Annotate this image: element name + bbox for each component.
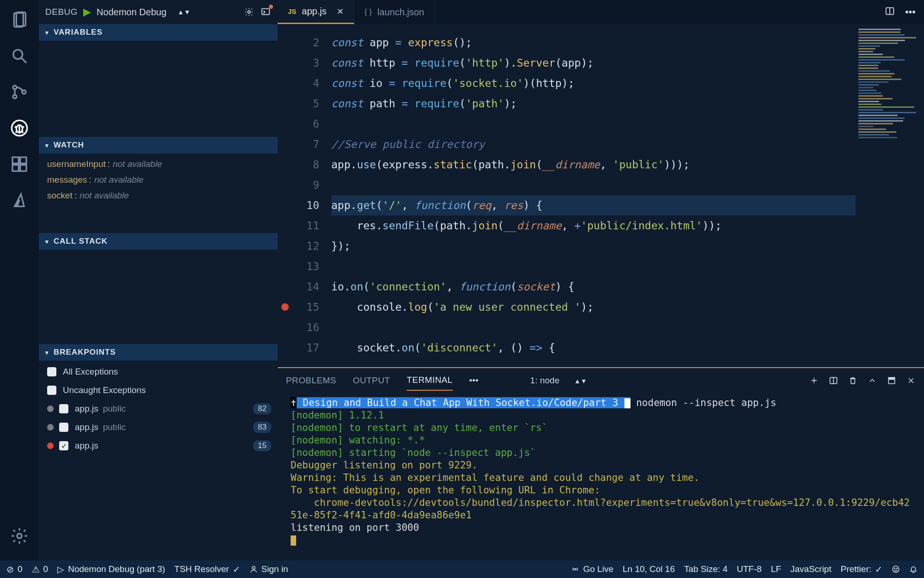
tab-label: app.js	[302, 6, 326, 17]
split-terminal-icon[interactable]	[829, 376, 838, 385]
svg-rect-1	[16, 12, 25, 26]
chevron-down-icon: ▾	[45, 142, 49, 149]
svg-point-36	[897, 568, 898, 569]
feedback-icon[interactable]	[892, 565, 900, 573]
watch-item[interactable]: usernameInput:not available	[47, 156, 278, 172]
svg-point-2	[13, 50, 23, 59]
terminal-selector[interactable]: 1: node ▲▼	[530, 375, 596, 386]
checkbox-unchecked[interactable]	[47, 367, 56, 376]
warning-icon: ⚠	[32, 564, 40, 575]
split-editor-icon[interactable]	[885, 6, 895, 18]
source-control-icon[interactable]	[8, 80, 31, 104]
check-icon: ✓	[875, 564, 882, 575]
panel-tab-terminal[interactable]: TERMINAL	[407, 375, 452, 391]
status-sign-in[interactable]: Sign in	[249, 564, 288, 574]
debug-sidebar: DEBUG ▶ Nodemon Debug ▲▼ ▾ VARIABLES	[39, 0, 278, 560]
svg-rect-14	[12, 157, 18, 163]
breakpoint-item[interactable]: ✓ app.js 15	[39, 437, 278, 455]
status-tabsize[interactable]: Tab Size: 4	[684, 564, 728, 574]
svg-point-34	[893, 566, 899, 572]
status-prettier[interactable]: Prettier: ✓	[840, 564, 882, 575]
svg-rect-15	[20, 157, 26, 163]
tab-app-js[interactable]: JS app.js ✕	[278, 0, 354, 24]
panel-more-icon[interactable]: •••	[469, 375, 479, 386]
close-icon[interactable]: ✕	[337, 6, 344, 17]
status-lncol[interactable]: Ln 10, Col 16	[623, 564, 675, 574]
svg-rect-20	[262, 9, 270, 15]
azure-icon[interactable]	[8, 189, 31, 212]
debug-icon[interactable]	[8, 117, 31, 140]
chevron-down-icon: ▾	[45, 29, 49, 36]
watch-item[interactable]: messages:not available	[47, 172, 278, 188]
breakpoint-item[interactable]: app.js public 83	[39, 418, 278, 437]
more-icon[interactable]: •••	[905, 6, 916, 18]
svg-rect-16	[12, 165, 18, 171]
chevron-down-icon: ▾	[45, 238, 49, 245]
svg-rect-27	[851, 379, 855, 384]
svg-point-5	[13, 95, 17, 98]
chevron-up-icon[interactable]	[868, 376, 877, 385]
callstack-body	[39, 250, 278, 344]
svg-point-33	[575, 569, 576, 570]
line-badge: 83	[253, 422, 271, 433]
explorer-icon[interactable]	[8, 8, 31, 31]
status-go-live[interactable]: Go Live	[571, 564, 613, 574]
start-debug-icon[interactable]: ▶	[83, 6, 91, 18]
search-icon[interactable]	[8, 44, 31, 68]
svg-line-13	[22, 131, 23, 133]
settings-gear-icon[interactable]	[8, 524, 31, 547]
status-eol[interactable]: LF	[771, 564, 781, 574]
svg-rect-17	[20, 165, 26, 171]
checkbox-unchecked[interactable]	[59, 423, 68, 432]
error-icon: ⊘	[6, 564, 14, 575]
status-language[interactable]: JavaScript	[790, 564, 832, 574]
minimap[interactable]	[856, 24, 924, 367]
checkbox-unchecked[interactable]	[59, 404, 68, 413]
bell-icon[interactable]	[909, 565, 918, 573]
tab-launch-json[interactable]: { } launch.json	[354, 0, 435, 24]
svg-point-32	[252, 566, 255, 569]
checkbox-checked[interactable]: ✓	[59, 441, 68, 450]
status-debug-config[interactable]: ▷ Nodemon Debug (part 3)	[57, 564, 165, 575]
extensions-icon[interactable]	[8, 153, 31, 176]
bottom-panel: PROBLEMS OUTPUT TERMINAL ••• 1: node ▲▼	[278, 367, 924, 560]
maximize-panel-icon[interactable]	[887, 376, 896, 385]
breakpoint-uncaught-exceptions[interactable]: Uncaught Exceptions	[39, 381, 278, 400]
line-badge: 15	[253, 440, 271, 451]
play-icon: ▷	[57, 564, 64, 575]
watch-header[interactable]: ▾ WATCH	[39, 137, 278, 154]
activity-bar	[0, 0, 39, 560]
trash-icon[interactable]	[848, 376, 857, 385]
svg-line-3	[22, 58, 26, 63]
line-badge: 82	[253, 403, 271, 414]
broadcast-icon	[571, 565, 579, 573]
svg-point-35	[894, 568, 895, 569]
panel-tab-output[interactable]: OUTPUT	[353, 375, 390, 386]
status-warnings[interactable]: ⚠ 0	[32, 564, 49, 575]
code-editor[interactable]: 234567891011121314151617 const app = exp…	[278, 24, 924, 367]
debug-console-icon[interactable]	[260, 6, 271, 18]
person-icon	[249, 565, 258, 573]
breakpoint-all-exceptions[interactable]: All Exceptions	[39, 363, 278, 381]
close-panel-icon[interactable]	[906, 376, 916, 385]
breakpoint-bullet-icon	[47, 443, 54, 449]
status-encoding[interactable]: UTF-8	[737, 564, 762, 574]
breakpoints-header[interactable]: ▾ BREAKPOINTS	[39, 344, 278, 361]
config-caret-icon[interactable]: ▲▼	[177, 8, 190, 16]
breakpoint-item[interactable]: app.js public 82	[39, 400, 278, 418]
debug-config-name[interactable]: Nodemon Debug	[97, 7, 166, 18]
terminal-output[interactable]: ✝ Design and Build a Chat App With Socke…	[278, 393, 924, 560]
svg-point-4	[13, 86, 17, 89]
debug-title: DEBUG	[45, 7, 78, 17]
watch-body: usernameInput:not available messages:not…	[39, 154, 278, 233]
status-resolver[interactable]: TSH Resolver ✓	[174, 564, 240, 575]
status-errors[interactable]: ⊘ 0	[6, 564, 23, 575]
new-terminal-icon[interactable]	[809, 376, 819, 385]
editor-code[interactable]: const app = express();const http = requi…	[331, 24, 856, 367]
panel-tab-problems[interactable]: PROBLEMS	[286, 375, 336, 386]
callstack-header[interactable]: ▾ CALL STACK	[39, 233, 278, 250]
variables-header[interactable]: ▾ VARIABLES	[39, 24, 278, 41]
watch-item[interactable]: socket:not available	[47, 188, 278, 203]
gear-icon[interactable]	[243, 6, 255, 18]
checkbox-unchecked[interactable]	[47, 386, 56, 395]
